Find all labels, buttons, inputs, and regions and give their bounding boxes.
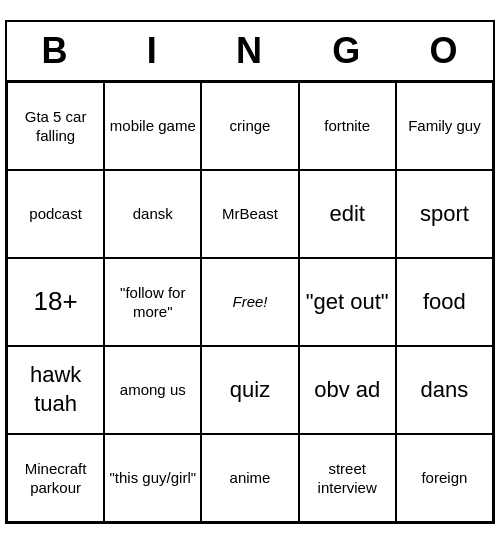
bingo-cell: Minecraft parkour	[7, 434, 104, 522]
bingo-cell: Free!	[201, 258, 298, 346]
bingo-cell: quiz	[201, 346, 298, 434]
bingo-cell: food	[396, 258, 493, 346]
bingo-cell: MrBeast	[201, 170, 298, 258]
bingo-grid: Gta 5 car fallingmobile gamecringefortni…	[7, 82, 493, 522]
bingo-cell: anime	[201, 434, 298, 522]
bingo-cell: "get out"	[299, 258, 396, 346]
bingo-cell: edit	[299, 170, 396, 258]
bingo-cell: cringe	[201, 82, 298, 170]
bingo-cell: "this guy/girl"	[104, 434, 201, 522]
bingo-card: BINGO Gta 5 car fallingmobile gamecringe…	[5, 20, 495, 524]
bingo-header: BINGO	[7, 22, 493, 82]
header-letter: G	[299, 22, 396, 80]
header-letter: B	[7, 22, 104, 80]
header-letter: I	[104, 22, 201, 80]
bingo-cell: dansk	[104, 170, 201, 258]
bingo-cell: "follow for more"	[104, 258, 201, 346]
bingo-cell: fortnite	[299, 82, 396, 170]
header-letter: N	[201, 22, 298, 80]
bingo-cell: foreign	[396, 434, 493, 522]
bingo-cell: dans	[396, 346, 493, 434]
bingo-cell: street interview	[299, 434, 396, 522]
bingo-cell: hawk tuah	[7, 346, 104, 434]
bingo-cell: Gta 5 car falling	[7, 82, 104, 170]
header-letter: O	[396, 22, 493, 80]
bingo-cell: sport	[396, 170, 493, 258]
bingo-cell: mobile game	[104, 82, 201, 170]
bingo-cell: obv ad	[299, 346, 396, 434]
bingo-cell: Family guy	[396, 82, 493, 170]
bingo-cell: among us	[104, 346, 201, 434]
bingo-cell: podcast	[7, 170, 104, 258]
bingo-cell: 18+	[7, 258, 104, 346]
